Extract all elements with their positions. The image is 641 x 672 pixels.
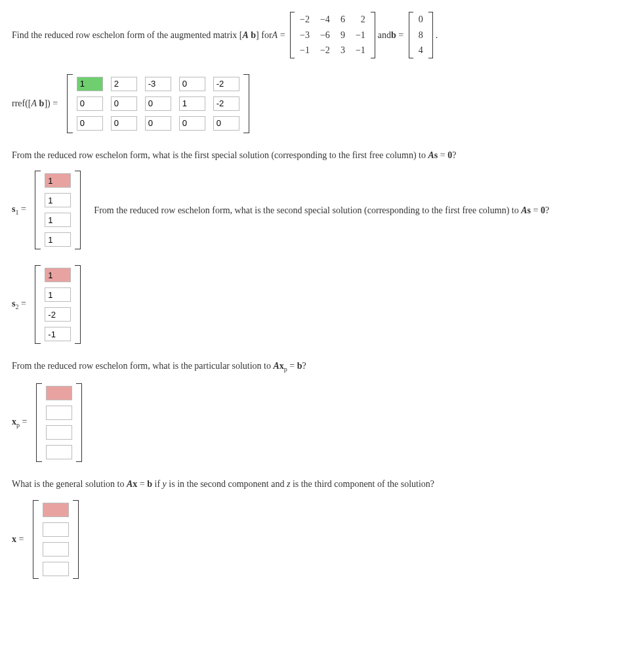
s2-cell-3[interactable] — [45, 327, 71, 341]
A-symbol: A — [242, 29, 248, 42]
xp-cell-2[interactable] — [46, 425, 72, 440]
rref-cell-2-2[interactable] — [145, 116, 171, 131]
rref-cell-2-1[interactable] — [111, 116, 137, 131]
text: ] for — [256, 29, 272, 42]
b-symbol: b — [251, 29, 256, 42]
equals: = — [396, 29, 406, 42]
s2-cell-1[interactable] — [45, 287, 71, 302]
matrix-cell: 9 — [335, 28, 350, 43]
s2-row: s2 = — [12, 265, 629, 344]
matrix-cell: −4 — [315, 12, 335, 28]
equals: = — [278, 29, 287, 42]
question-rref: Find the reduced row eschelon form of th… — [12, 12, 629, 58]
matrix-A: −2−462−3−69−1−1−23−1 — [290, 12, 375, 58]
x-label: x = — [12, 533, 26, 546]
rref-cell-2-4[interactable] — [213, 116, 239, 131]
xp-cell-3[interactable] — [46, 445, 72, 459]
matrix-cell: −1 — [350, 43, 371, 58]
xp-cell-0[interactable] — [46, 386, 72, 400]
rref-cell-0-3[interactable] — [179, 77, 205, 91]
rref-cell-0-2[interactable] — [145, 77, 171, 91]
s2-cell-2[interactable] — [45, 307, 71, 322]
x-cell-0[interactable] — [43, 503, 69, 517]
s1-cell-2[interactable] — [45, 213, 71, 227]
vector-b: 084 — [409, 12, 433, 58]
rref-cell-0-0[interactable] — [77, 77, 103, 91]
s2-cell-0[interactable] — [45, 268, 71, 282]
rref-matrix — [67, 74, 249, 133]
matrix-cell: 8 — [413, 28, 428, 43]
rref-cell-1-1[interactable] — [111, 96, 137, 111]
matrix-cell: −1 — [350, 28, 371, 43]
s2-label: s2 = — [12, 297, 28, 312]
matrix-cell: 0 — [413, 12, 428, 28]
period: . — [436, 29, 438, 42]
question-x: What is the general solution to Ax = b i… — [12, 478, 629, 491]
x-row: x = — [12, 500, 629, 579]
question-s2: From the reduced row eschelon form, what… — [94, 204, 549, 217]
rref-cell-0-1[interactable] — [111, 77, 137, 91]
matrix-cell: −2 — [315, 43, 335, 58]
question-xp: From the reduced row eschelon form, what… — [12, 360, 629, 374]
matrix-cell: −6 — [315, 28, 335, 43]
xp-vector — [36, 383, 82, 462]
rref-cell-2-0[interactable] — [77, 116, 103, 131]
matrix-cell: −2 — [295, 12, 315, 28]
rref-answer: rref([A b]) = — [12, 74, 629, 133]
b-equals: b — [391, 29, 396, 42]
x-cell-3[interactable] — [43, 562, 69, 576]
question-s1: From the reduced row eschelon form, what… — [12, 149, 629, 162]
rref-label: rref([A b]) = — [12, 97, 60, 110]
s1-cell-0[interactable] — [45, 173, 71, 188]
s2-vector — [35, 265, 81, 344]
matrix-cell: 2 — [350, 12, 371, 28]
matrix-cell: −1 — [295, 43, 315, 58]
rref-cell-0-4[interactable] — [213, 77, 239, 91]
matrix-cell: 3 — [335, 43, 350, 58]
matrix-cell: −3 — [295, 28, 315, 43]
rref-cell-1-3[interactable] — [179, 96, 205, 111]
xp-cell-1[interactable] — [46, 406, 72, 420]
text: Find the reduced row eschelon form of th… — [12, 29, 242, 42]
matrix-cell: 4 — [413, 43, 428, 58]
rref-cell-1-0[interactable] — [77, 96, 103, 111]
A-equals: A — [272, 29, 278, 42]
matrix-cell: 6 — [335, 12, 350, 28]
s1-cell-1[interactable] — [45, 193, 71, 207]
rref-cell-1-4[interactable] — [213, 96, 239, 111]
s1-vector — [35, 171, 81, 249]
xp-label: xp = — [12, 415, 30, 430]
rref-cell-1-2[interactable] — [145, 96, 171, 111]
rref-cell-2-3[interactable] — [179, 116, 205, 131]
s1-row: s1 = From the reduced row eschelon form,… — [12, 171, 629, 249]
x-cell-2[interactable] — [43, 542, 69, 556]
text: and — [378, 29, 391, 42]
xp-row: xp = — [12, 383, 629, 462]
x-cell-1[interactable] — [43, 522, 69, 537]
s1-label: s1 = — [12, 203, 28, 217]
s1-cell-3[interactable] — [45, 232, 71, 247]
x-vector — [33, 500, 79, 579]
